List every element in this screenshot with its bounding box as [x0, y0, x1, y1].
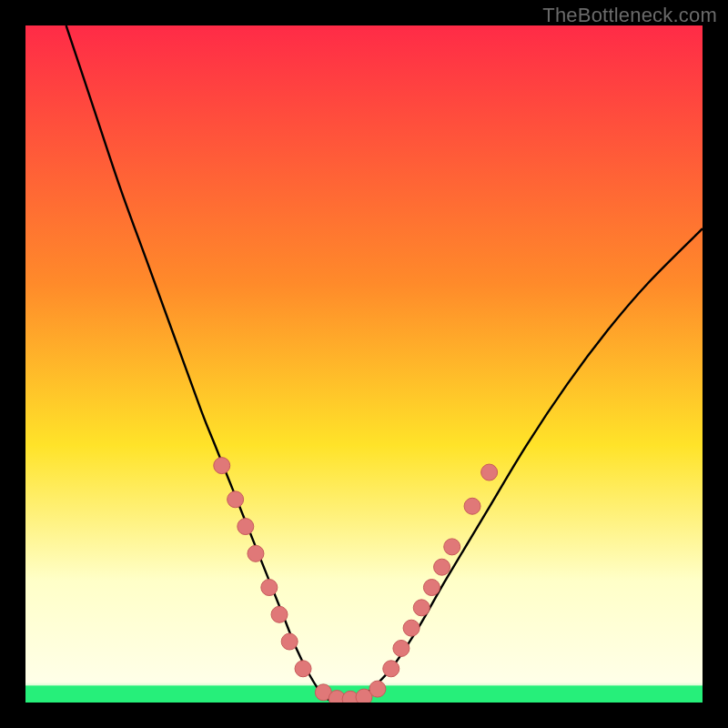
highlight-dot: [383, 661, 399, 677]
highlight-dot: [434, 559, 450, 575]
highlight-dot: [248, 545, 264, 561]
highlight-dot: [281, 633, 298, 650]
highlight-dot: [271, 606, 288, 622]
highlight-dot: [413, 600, 430, 616]
chart-svg: [25, 25, 703, 703]
highlight-dot: [228, 491, 244, 508]
highlight-dot: [403, 620, 420, 636]
highlight-dot: [261, 580, 278, 596]
highlight-dot: [423, 580, 440, 596]
plot-area: [25, 25, 703, 703]
outer-frame: TheBottleneck.com: [0, 0, 728, 728]
watermark-text: TheBottleneck.com: [542, 4, 717, 27]
highlight-dot: [481, 464, 498, 480]
gradient-background: [25, 25, 703, 703]
highlight-dot: [295, 661, 311, 677]
highlight-dot: [238, 519, 254, 535]
highlight-dot: [369, 681, 386, 697]
highlight-dot: [393, 640, 410, 656]
highlight-dot: [464, 498, 480, 514]
highlight-dot: [444, 539, 460, 555]
highlight-dot: [214, 458, 230, 474]
